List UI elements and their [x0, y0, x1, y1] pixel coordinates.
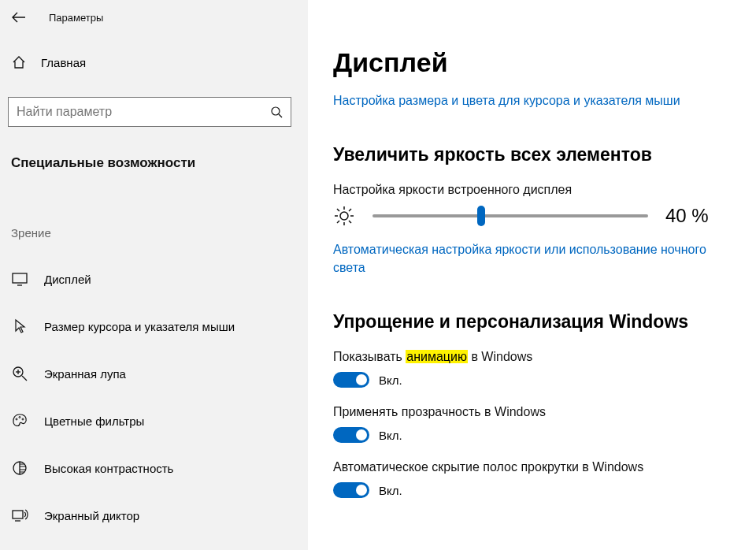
toggle-animations[interactable]	[333, 372, 369, 388]
page-title: Дисплей	[333, 47, 740, 78]
search-box[interactable]	[8, 97, 291, 127]
category-title: Специальные возможности	[0, 127, 308, 171]
subcategory-title: Зрение	[0, 171, 308, 240]
sidebar-item-high-contrast[interactable]: Высокая контрастность	[0, 444, 308, 492]
svg-line-26	[337, 221, 339, 223]
svg-point-19	[340, 212, 348, 220]
sidebar-item-label: Размер курсора и указателя мыши	[44, 320, 235, 333]
svg-rect-17	[13, 511, 23, 518]
option-scrollbars: Автоматическое скрытие полос прокрутки в…	[333, 460, 740, 498]
svg-line-5	[22, 376, 27, 381]
toggle-transparency-state: Вкл.	[379, 429, 402, 442]
sidebar-item-display[interactable]: Дисплей	[0, 255, 308, 303]
svg-line-24	[337, 209, 339, 211]
home-icon	[11, 54, 27, 70]
toggle-row-animations: Вкл.	[333, 372, 740, 388]
toggle-scrollbars-state: Вкл.	[379, 484, 402, 497]
back-button[interactable]	[11, 9, 27, 25]
brightness-percent: 40 %	[665, 205, 709, 227]
brightness-icon	[333, 205, 355, 227]
link-cursor-settings[interactable]: Настройка размера и цвета для курсора и …	[333, 92, 740, 110]
sidebar-item-label: Цветные фильтры	[44, 414, 144, 428]
slider-thumb[interactable]	[477, 206, 485, 226]
option-animations-label-pre: Показывать	[333, 350, 406, 363]
palette-icon	[11, 412, 28, 429]
toggle-scrollbars[interactable]	[333, 482, 369, 498]
brightness-slider[interactable]	[372, 214, 648, 217]
sidebar-item-color-filters[interactable]: Цветные фильтры	[0, 397, 308, 444]
svg-line-27	[349, 209, 351, 211]
svg-line-1	[279, 114, 282, 117]
svg-point-10	[22, 418, 24, 420]
sidebar-item-cursor-size[interactable]: Размер курсора и указателя мыши	[0, 303, 308, 350]
option-animations-label-post: в Windows	[468, 350, 532, 363]
sidebar-item-label: Экранная лупа	[44, 367, 126, 381]
sidebar-item-home[interactable]: Главная	[0, 27, 308, 70]
brightness-label: Настройка яркости встроенного дисплея	[333, 183, 740, 197]
option-scrollbars-label: Автоматическое скрытие полос прокрутки в…	[333, 460, 740, 474]
contrast-icon	[11, 459, 28, 477]
magnifier-icon	[11, 365, 28, 382]
svg-line-25	[349, 221, 351, 223]
svg-point-9	[19, 417, 20, 418]
app-title: Параметры	[49, 12, 103, 24]
monitor-icon	[11, 270, 28, 288]
sidebar-item-magnifier[interactable]: Экранная лупа	[0, 350, 308, 397]
option-animations: Показывать анимацию в Windows Вкл.	[333, 350, 740, 388]
link-auto-brightness[interactable]: Автоматическая настройка яркости или исп…	[333, 241, 740, 277]
cursor-icon	[11, 318, 28, 335]
brightness-control: 40 %	[333, 205, 740, 227]
option-transparency-label: Применять прозрачность в Windows	[333, 405, 740, 419]
sidebar-item-label: Дисплей	[44, 273, 91, 286]
option-transparency: Применять прозрачность в Windows Вкл.	[333, 405, 740, 443]
sidebar-item-narrator[interactable]: Экранный диктор	[0, 492, 308, 539]
option-animations-label: Показывать анимацию в Windows	[333, 350, 740, 364]
section-brightness-title: Увеличить яркость всех элементов	[333, 144, 740, 165]
sidebar-item-label: Высокая контрастность	[44, 462, 173, 475]
highlighted-text: анимацию	[406, 350, 468, 363]
svg-rect-2	[13, 273, 27, 283]
topbar: Параметры	[0, 0, 308, 27]
toggle-animations-state: Вкл.	[379, 373, 402, 387]
home-label: Главная	[41, 56, 86, 69]
search-icon	[270, 106, 283, 118]
svg-point-8	[16, 418, 17, 420]
svg-point-0	[272, 107, 280, 115]
sidebar: Параметры Главная Специальные возможност…	[0, 0, 308, 550]
nav-list: Дисплей Размер курсора и указателя мыши …	[0, 255, 308, 539]
narrator-icon	[11, 507, 28, 524]
toggle-row-transparency: Вкл.	[333, 427, 740, 443]
section-personalize-title: Упрощение и персонализация Windows	[333, 311, 740, 333]
sidebar-item-label: Экранный диктор	[44, 509, 139, 522]
toggle-row-scrollbars: Вкл.	[333, 482, 740, 498]
main-content: Дисплей Настройка размера и цвета для ку…	[308, 0, 756, 550]
search-input[interactable]	[17, 105, 253, 119]
toggle-transparency[interactable]	[333, 427, 369, 443]
